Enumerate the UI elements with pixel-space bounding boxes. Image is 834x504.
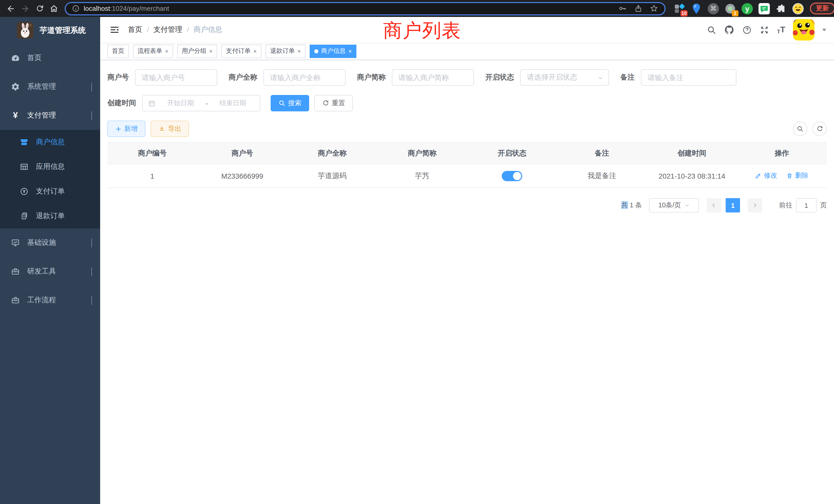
sidebar-item-pay[interactable]: ¥ 支付管理: [0, 101, 100, 130]
close-icon[interactable]: ×: [209, 48, 213, 54]
close-icon[interactable]: ×: [348, 48, 352, 54]
table-toolbar: 新增 导出: [107, 121, 827, 137]
url-text[interactable]: localhost:1024/pay/merchant: [84, 5, 169, 12]
app-logo[interactable]: 芋道管理系统: [0, 17, 100, 44]
next-page-button[interactable]: [748, 198, 762, 212]
browser-back-icon[interactable]: [4, 2, 18, 15]
ext-command-icon[interactable]: ⌘: [708, 3, 719, 14]
col-full-name: 商户全称: [287, 142, 377, 164]
close-icon[interactable]: ×: [297, 48, 301, 54]
tab-user-group[interactable]: 用户分组×: [177, 44, 217, 58]
filter-row-1: 商户号 商户全称 商户简称 开启状态 请选择开启状态: [107, 69, 827, 86]
sidebar-item-refund-order[interactable]: 退款订单: [0, 204, 100, 228]
sidebar-item-system[interactable]: 系统管理: [0, 72, 100, 101]
chevron-down-icon: [684, 203, 690, 208]
page-1-button[interactable]: 1: [726, 198, 740, 212]
breadcrumb-separator: /: [187, 26, 189, 34]
sidebar-item-label: 研发工具: [27, 267, 56, 276]
breadcrumb-home[interactable]: 首页: [128, 25, 142, 35]
github-icon[interactable]: [724, 25, 734, 35]
sidebar-item-merchant-info[interactable]: 商户信息: [0, 130, 100, 155]
sidebar-item-pay-order[interactable]: 支付订单: [0, 179, 100, 204]
full-name-label: 商户全称: [228, 73, 257, 82]
status-select[interactable]: 请选择开启状态: [520, 69, 609, 86]
export-button[interactable]: 导出: [151, 121, 189, 137]
sidebar-item-label: 退款订单: [36, 211, 65, 221]
page-size-select[interactable]: 10条/页: [649, 198, 699, 212]
edit-link[interactable]: 修改: [755, 171, 777, 180]
pagination: 共 1 条 10条/页 1 前往: [107, 198, 827, 212]
ext-pin-icon[interactable]: [691, 3, 702, 14]
sidebar-item-workflow[interactable]: 工作流程: [0, 286, 100, 315]
sidebar-item-app-info[interactable]: 应用信息: [0, 155, 100, 179]
sidebar-item-label: 系统管理: [27, 82, 56, 91]
fullscreen-icon[interactable]: [760, 25, 769, 35]
merchant-no-input[interactable]: [135, 69, 217, 86]
browser-update-button[interactable]: 更新: [810, 3, 834, 14]
merchant-table: 商户编号 商户号 商户全称 商户简称 开启状态 备注 创建时间 操作 1: [107, 142, 827, 188]
sidebar-item-dev-tools[interactable]: 研发工具: [0, 257, 100, 286]
chevron-down-icon: [91, 296, 92, 304]
status-toggle[interactable]: [502, 171, 522, 181]
col-create-time: 创建时间: [647, 142, 737, 164]
sidebar-item-label: 工作流程: [27, 296, 56, 305]
tab-home[interactable]: 首页: [107, 44, 129, 58]
start-date-placeholder: 开始日期: [159, 98, 203, 108]
tab-refund-order[interactable]: 退款订单×: [265, 44, 306, 58]
refresh-button[interactable]: [812, 122, 827, 136]
remark-label: 备注: [620, 73, 635, 82]
tab-pay-order[interactable]: 支付订单×: [221, 44, 261, 58]
ext-grid-diamond-icon[interactable]: 10: [674, 3, 685, 14]
short-name-input[interactable]: [392, 69, 474, 86]
remark-input[interactable]: [641, 69, 737, 86]
close-icon[interactable]: ×: [253, 48, 257, 54]
reset-button[interactable]: 重置: [314, 95, 353, 111]
avatar-caret-down-icon[interactable]: [822, 28, 826, 31]
browser-forward-icon[interactable]: [19, 2, 32, 15]
site-info-icon[interactable]: [72, 5, 80, 12]
table-header-row: 商户编号 商户号 商户全称 商户简称 开启状态 备注 创建时间 操作: [107, 142, 827, 164]
show-search-toggle-button[interactable]: [793, 122, 807, 136]
add-button[interactable]: 新增: [107, 121, 145, 137]
help-icon[interactable]: [742, 25, 752, 35]
logo-rabbit-icon: [17, 22, 34, 39]
browser-home-icon[interactable]: [47, 2, 61, 15]
goto-page-input[interactable]: 1: [796, 198, 816, 212]
share-icon[interactable]: [634, 4, 642, 13]
url-bar[interactable]: localhost:1024/pay/merchant: [65, 2, 665, 15]
breadcrumb-pay[interactable]: 支付管理: [154, 25, 182, 35]
profile-avatar-icon[interactable]: [792, 3, 804, 14]
extensions-puzzle-icon[interactable]: [775, 3, 787, 14]
search-button[interactable]: 搜索: [271, 95, 309, 111]
status-label: 开启状态: [485, 73, 514, 82]
sidebar-item-infra[interactable]: 基础设施: [0, 228, 100, 257]
grid-icon: [20, 162, 29, 171]
ext-blob-icon[interactable]: 1: [725, 3, 736, 14]
user-avatar[interactable]: [793, 19, 814, 41]
sidebar-item-home[interactable]: 首页: [0, 44, 100, 72]
col-status: 开启状态: [467, 142, 557, 164]
create-time-label: 创建时间: [107, 98, 136, 108]
ext-y-icon[interactable]: y: [742, 3, 753, 14]
tab-merchant-info[interactable]: 商户信息×: [310, 44, 356, 58]
col-remark: 备注: [557, 142, 647, 164]
close-icon[interactable]: ×: [165, 48, 169, 54]
browser-reload-icon[interactable]: [33, 2, 46, 15]
header-search-icon[interactable]: [707, 25, 717, 35]
prev-page-button[interactable]: [707, 198, 721, 212]
bookmark-star-icon[interactable]: [650, 4, 658, 13]
tab-process-form[interactable]: 流程表单×: [133, 44, 173, 58]
short-name-label: 商户简称: [357, 73, 386, 82]
full-name-input[interactable]: [263, 69, 346, 86]
cell-short-name: 芋艿: [377, 164, 467, 188]
ext-chat-icon[interactable]: [759, 3, 770, 14]
font-size-icon[interactable]: TT: [777, 25, 785, 35]
page-suffix-label: 页: [820, 201, 827, 210]
monitor-icon: [11, 238, 20, 247]
screen: localhost:1024/pay/merchant 10: [0, 0, 834, 504]
password-key-icon[interactable]: [618, 4, 627, 13]
yen-circle-icon: [20, 187, 29, 196]
create-time-range-picker[interactable]: 开始日期 - 结束日期: [142, 95, 260, 111]
delete-link[interactable]: 删除: [787, 171, 809, 180]
sidebar-collapse-icon[interactable]: [109, 25, 120, 35]
